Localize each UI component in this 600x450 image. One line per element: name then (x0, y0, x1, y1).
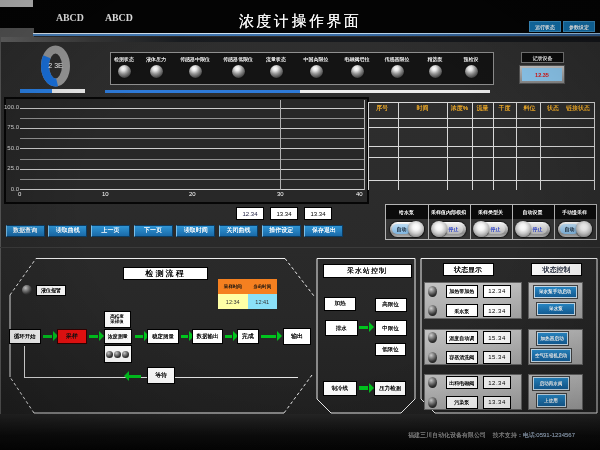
svg-text:2 3E: 2 3E (48, 62, 63, 69)
